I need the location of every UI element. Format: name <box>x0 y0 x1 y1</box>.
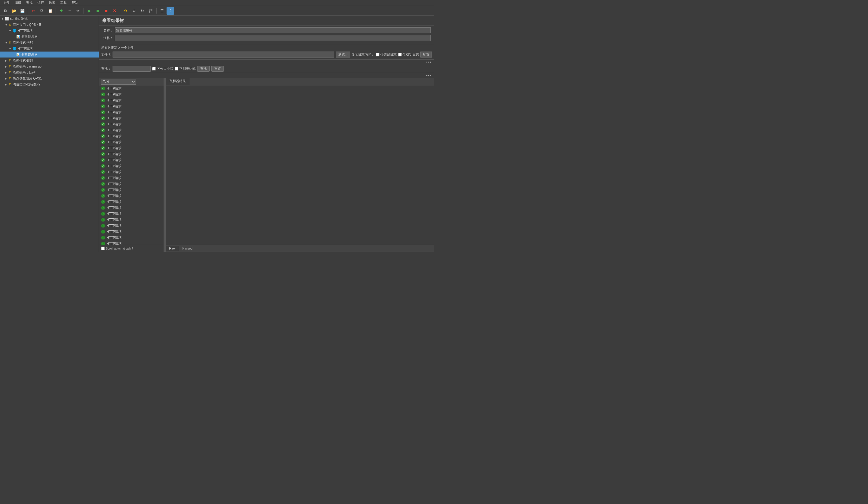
list-item[interactable]: HTTP请求 <box>99 193 164 199</box>
list-item[interactable]: HTTP请求 <box>99 163 164 169</box>
list-item[interactable]: HTTP请求 <box>99 187 164 193</box>
menu-tools[interactable]: 工具 <box>58 0 69 6</box>
list-item[interactable]: HTTP请求 <box>99 103 164 109</box>
sidebar-item-flow2[interactable]: ▼ ⚙ 流控模式-关联 <box>0 40 99 45</box>
menu-file[interactable]: 文件 <box>1 0 12 6</box>
cut-button[interactable]: ✂ <box>30 7 37 15</box>
list-button[interactable]: ☰ <box>158 7 166 15</box>
file-section-label: 所有数据写入一个文件 <box>101 45 432 51</box>
open-file-button[interactable]: 📂 <box>10 7 18 15</box>
list-item[interactable]: HTTP请求 <box>99 91 164 97</box>
flag-button[interactable]: 🏴 <box>147 7 155 15</box>
sidebar-item-view1[interactable]: ▶ 📊 察看结果树 <box>0 34 99 40</box>
paste-button[interactable]: 📋 <box>46 7 54 15</box>
sidebar-item-http2[interactable]: ▼ 🌐 HTTP请求 <box>0 45 99 52</box>
list-item[interactable]: HTTP请求 <box>99 205 164 211</box>
tab-parsed[interactable]: Parsed <box>179 246 196 251</box>
list-item[interactable]: HTTP请求 <box>99 240 164 245</box>
list-item[interactable]: HTTP请求 <box>99 133 164 139</box>
new-file-button[interactable]: 🗎 <box>2 7 9 15</box>
list-item[interactable]: HTTP请求 <box>99 217 164 223</box>
case-sensitive-label[interactable]: 区分大小写 <box>152 66 173 71</box>
success-icon <box>101 164 105 168</box>
list-item[interactable]: HTTP请求 <box>99 151 164 157</box>
name-input[interactable] <box>115 28 431 33</box>
copy-button[interactable]: ⧉ <box>38 7 45 15</box>
browse-button[interactable]: 浏览... <box>336 52 350 58</box>
menu-options[interactable]: 选项 <box>46 0 58 6</box>
success-icon <box>101 170 105 174</box>
menu-edit[interactable]: 编辑 <box>12 0 23 6</box>
list-item[interactable]: HTTP请求 <box>99 97 164 103</box>
error-log-checkbox[interactable] <box>376 53 380 56</box>
list-item[interactable]: HTTP请求 <box>99 145 164 151</box>
case-sensitive-checkbox[interactable] <box>152 67 156 71</box>
list-item[interactable]: HTTP请求 <box>99 157 164 163</box>
success-log-label[interactable]: 仅成功日志 <box>398 52 419 57</box>
success-log-checkbox[interactable] <box>398 53 402 56</box>
add-button[interactable]: + <box>58 7 65 15</box>
list-item[interactable]: HTTP请求 <box>99 229 164 235</box>
list-item[interactable]: HTTP请求 <box>99 169 164 175</box>
sidebar-item-flow5[interactable]: ▶ ⚙ 流控效果，队列 <box>0 70 99 75</box>
scroll-auto-checkbox[interactable] <box>101 247 105 250</box>
sidebar-item-flow4[interactable]: ▶ ⚙ 流控效果，warm up <box>0 63 99 70</box>
list-item[interactable]: HTTP请求 <box>99 235 164 240</box>
sidebar-item-flow7[interactable]: ▶ ⚙ 阈值类型-线程数<2 <box>0 81 99 88</box>
sidebar-item-flow1[interactable]: ▼ ⚙ 流控入门，QPS＜5 <box>0 22 99 28</box>
menu-run[interactable]: 运行 <box>35 0 46 6</box>
menu-find[interactable]: 查找 <box>24 0 35 6</box>
play-button[interactable]: ▶ <box>85 7 93 15</box>
sep4 <box>120 8 120 13</box>
sidebar-item-view2[interactable]: ▶ 📊 察看结果树 <box>0 52 99 58</box>
file-input[interactable] <box>113 52 334 58</box>
remove-button[interactable]: − <box>66 7 73 15</box>
panel-header: 察看结果树 <box>99 16 434 25</box>
settings2-button[interactable]: ⚙ <box>130 7 138 15</box>
list-item[interactable]: HTTP请求 <box>99 223 164 229</box>
regex-checkbox[interactable] <box>175 67 178 71</box>
list-item[interactable]: HTTP请求 <box>99 139 164 145</box>
menu-help[interactable]: 帮助 <box>70 0 80 6</box>
settings1-button[interactable]: ⚙ <box>122 7 130 15</box>
comment-input[interactable] <box>115 35 431 41</box>
error-log-label[interactable]: 仅错误日志 <box>376 52 396 57</box>
find-button[interactable]: 查找 <box>197 66 210 72</box>
list-item[interactable]: HTTP请求 <box>99 115 164 121</box>
help-button[interactable]: ? <box>167 7 174 15</box>
select-button[interactable]: ✏ <box>74 7 82 15</box>
success-icon <box>101 200 105 204</box>
save-file-button[interactable]: 💾 <box>19 7 26 15</box>
list-bottom: Scroll automatically? <box>99 245 164 252</box>
arrow-view2: ▶ <box>12 53 16 56</box>
list-item[interactable]: HTTP请求 <box>99 181 164 187</box>
reset-button[interactable]: 重置 <box>211 66 224 72</box>
stop-red-button[interactable]: ⏹ <box>102 7 110 15</box>
sep2 <box>55 8 56 13</box>
http-request-label: HTTP请求 <box>106 217 122 222</box>
tab-raw[interactable]: Raw <box>166 246 179 251</box>
tab-extract-result[interactable]: 取样器结果 <box>166 78 190 85</box>
search-input[interactable] <box>113 66 151 72</box>
dots1[interactable]: ••• <box>426 60 432 64</box>
list-item[interactable]: HTTP请求 <box>99 121 164 127</box>
regex-label[interactable]: 正则表达式 <box>175 66 196 71</box>
sidebar-item-flow6[interactable]: ▶ ⚙ 热点参数限流 QPS1 <box>0 75 99 81</box>
sidebar-item-root[interactable]: ▼ ⬜ sentinel测试 <box>0 16 99 22</box>
close-button[interactable]: ✕ <box>111 7 118 15</box>
dots2[interactable]: ••• <box>426 73 432 78</box>
list-item[interactable]: HTTP请求 <box>99 175 164 181</box>
list-item[interactable]: HTTP请求 <box>99 85 164 91</box>
list-item[interactable]: HTTP请求 <box>99 211 164 217</box>
sidebar-item-flow3[interactable]: ▶ ⚙ 流控模式-链路 <box>0 58 99 63</box>
list-item[interactable]: HTTP请求 <box>99 127 164 133</box>
stop-button[interactable]: ⏹ <box>94 7 102 15</box>
list-item[interactable]: HTTP请求 <box>99 109 164 115</box>
refresh-button[interactable]: ↻ <box>138 7 146 15</box>
scroll-auto-label[interactable]: Scroll automatically? <box>101 247 133 250</box>
config-button[interactable]: 配置 <box>421 52 432 58</box>
list-item[interactable]: HTTP请求 <box>99 199 164 205</box>
bottom-tab-row: Raw Parsed <box>166 245 434 252</box>
type-select[interactable]: Text RegExp CSS/JQuery XPath <box>101 79 136 85</box>
sidebar-item-http1[interactable]: ▼ 🌐 HTTP请求 <box>0 28 99 34</box>
